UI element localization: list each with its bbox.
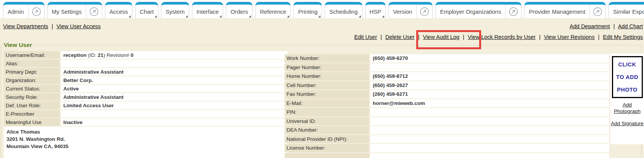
tab[interactable]: Orders bbox=[226, 2, 253, 18]
view-user-revisions-link[interactable]: View User Revisions bbox=[544, 34, 595, 40]
open-in-new-window-icon[interactable] bbox=[86, 5, 102, 18]
tab-label[interactable]: Orders bbox=[226, 8, 252, 15]
tab[interactable]: Employer Organizations bbox=[435, 2, 522, 18]
table-row: Cell Number: (650) 459-2627 bbox=[285, 81, 609, 90]
view-user-page: Admin My Settings Ac bbox=[0, 0, 644, 158]
field-value bbox=[370, 117, 609, 126]
field-label: DEA Number: bbox=[285, 126, 369, 134]
view-audit-log-link[interactable]: View Audit Log bbox=[423, 34, 459, 40]
field-label: PIN: bbox=[285, 108, 369, 116]
tab[interactable]: HSP bbox=[365, 2, 386, 18]
user-details-left-table: Username/Email: reception (ID: 21) Revis… bbox=[3, 50, 288, 158]
open-in-new-window-icon[interactable] bbox=[589, 5, 605, 18]
table-row: DEA Number: bbox=[285, 126, 609, 134]
tab[interactable]: Access bbox=[105, 2, 132, 18]
field-label: E-Prescriber bbox=[4, 110, 60, 118]
tab-label[interactable]: Access bbox=[105, 8, 132, 15]
field-value: (650) 459-8712 bbox=[370, 72, 609, 81]
user-address-block: Alice Thomas3201 N. Washington Rd.Mounta… bbox=[4, 127, 288, 158]
revision-label: ) Revision# bbox=[103, 52, 130, 58]
field-label: Fax Number: bbox=[285, 90, 369, 98]
separator: | bbox=[539, 34, 541, 40]
tab-label[interactable]: My Settings bbox=[48, 8, 86, 15]
tab[interactable]: Chart bbox=[135, 2, 158, 18]
separator: | bbox=[380, 34, 382, 40]
nav-link-row: View Departments | View User Access Add … bbox=[3, 23, 643, 29]
tab[interactable]: Interface bbox=[192, 2, 223, 18]
field-label: Pager Number: bbox=[285, 63, 369, 72]
add-photograph-link[interactable]: Add Photograph bbox=[610, 102, 644, 114]
field-label: License Number: bbox=[285, 144, 369, 152]
table-row: National Provider ID (NPI): bbox=[285, 135, 609, 143]
field-label: Alias: bbox=[4, 60, 60, 67]
user-action-link-row: Edit User | Delete User | View Audit Log… bbox=[354, 34, 643, 40]
open-in-new-window-icon[interactable] bbox=[416, 5, 432, 18]
main-tab-bar: Admin My Settings Ac bbox=[0, 0, 644, 18]
tab[interactable]: My Settings bbox=[47, 2, 102, 18]
field-value bbox=[370, 153, 609, 158]
tab[interactable]: Reference bbox=[255, 2, 291, 18]
tab[interactable]: Scheduling bbox=[325, 2, 362, 18]
table-row: Pager Number: bbox=[285, 63, 609, 72]
field-label: Security Role: bbox=[4, 93, 60, 101]
tab-label[interactable]: System bbox=[161, 8, 189, 15]
tab-label[interactable]: Employer Organizations bbox=[436, 8, 505, 15]
open-in-new-window-icon[interactable] bbox=[505, 5, 521, 18]
view-lock-records-link[interactable]: View Lock Records by User bbox=[468, 34, 536, 40]
separator: | bbox=[613, 23, 615, 29]
field-value: Administrative Assistant bbox=[61, 68, 288, 76]
field-value: horner@mieweb.com bbox=[370, 99, 609, 108]
edit-user-link[interactable]: Edit User bbox=[354, 34, 377, 40]
nav-links-right: Add Department | Add Chart bbox=[570, 23, 643, 29]
field-value: (260) 459-6271 bbox=[370, 90, 609, 98]
dropdown-caret-icon bbox=[382, 15, 384, 18]
tab[interactable]: Similar Exposure Groups (SEGs) bbox=[609, 2, 644, 18]
view-user-access-link[interactable]: View User Access bbox=[56, 23, 101, 29]
field-label: Cell Number: bbox=[285, 81, 369, 90]
field-value bbox=[370, 63, 609, 72]
table-row: Username/Email: reception (ID: 21) Revis… bbox=[4, 51, 288, 59]
tab[interactable]: System bbox=[161, 2, 189, 18]
tab[interactable]: Admin bbox=[3, 2, 45, 18]
table-row: Security Role: Administrative Assistant bbox=[4, 93, 288, 101]
tab-label[interactable]: Chart bbox=[135, 8, 158, 15]
placeholder-line: PHOTO bbox=[613, 84, 642, 96]
photo-panel: CLICKTO ADDPHOTO Add Photograph Add Sign… bbox=[610, 53, 644, 144]
tab-label[interactable]: Reference bbox=[256, 8, 290, 15]
username: reception bbox=[63, 52, 87, 58]
open-in-new-window-icon[interactable] bbox=[28, 5, 44, 18]
nav-links-left: View Departments | View User Access bbox=[3, 23, 101, 29]
tab-label[interactable]: Version bbox=[389, 8, 416, 15]
add-signature-link[interactable]: Add Signature bbox=[610, 120, 644, 127]
field-label: Home Number: bbox=[285, 72, 369, 81]
field-label: Organization: bbox=[4, 76, 60, 84]
id-value: 21 bbox=[98, 52, 103, 58]
id-label: (ID: bbox=[87, 52, 98, 58]
separator: | bbox=[598, 34, 599, 40]
tab-label[interactable]: Admin bbox=[3, 8, 28, 15]
edit-my-settings-link[interactable]: Edit My Settings bbox=[603, 34, 643, 40]
tab-label[interactable]: Similar Exposure Groups (SEGs) bbox=[609, 8, 644, 15]
dropdown-caret-icon bbox=[155, 15, 157, 18]
add-chart-link[interactable]: Add Chart bbox=[618, 23, 643, 29]
table-row: Work Number: (650) 459-6270 bbox=[285, 54, 609, 63]
add-department-link[interactable]: Add Department bbox=[570, 23, 610, 29]
field-value: Inactive bbox=[61, 118, 288, 126]
tab-label[interactable]: HSP bbox=[365, 8, 386, 15]
add-photo-placeholder[interactable]: CLICKTO ADDPHOTO bbox=[612, 56, 643, 98]
tab-label[interactable]: Provider Management bbox=[525, 8, 589, 15]
separator: | bbox=[418, 34, 420, 40]
delete-user-link[interactable]: Delete User bbox=[385, 34, 415, 40]
tab[interactable]: Printing bbox=[293, 2, 322, 18]
field-value bbox=[61, 60, 288, 67]
address-line: Mountain View CA, 94035 bbox=[6, 143, 285, 150]
view-departments-link[interactable]: View Departments bbox=[3, 23, 48, 29]
table-row bbox=[285, 153, 609, 158]
tab[interactable]: Provider Management bbox=[524, 2, 606, 18]
tab-label[interactable]: Interface bbox=[192, 8, 223, 15]
field-value: Administrative Assistant bbox=[61, 93, 288, 101]
tab[interactable]: Version bbox=[388, 2, 433, 18]
placeholder-line: TO ADD bbox=[613, 71, 642, 84]
tab-label[interactable]: Scheduling bbox=[325, 8, 362, 15]
tab-label[interactable]: Printing bbox=[294, 8, 322, 15]
